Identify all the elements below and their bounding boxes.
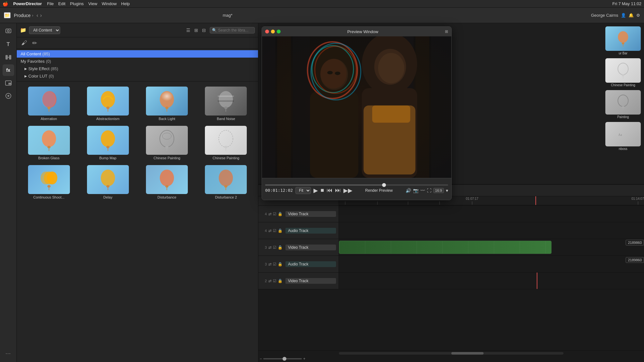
svg-point-34	[165, 146, 168, 148]
svg-point-47	[160, 170, 174, 186]
scrollbar-thumb[interactable]	[451, 352, 484, 355]
track-3-video-arrow-icon[interactable]: ⇄	[268, 245, 272, 250]
menu-bar: 🍎 PowerDirector File Edit Plugins View W…	[0, 0, 644, 8]
effect-disturbance-2[interactable]: Disturbance 2	[198, 164, 254, 200]
category-color-lut[interactable]: ▶ Color LUT (0)	[17, 72, 258, 80]
menu-file[interactable]: File	[47, 1, 54, 6]
track-3-audio-arrow-icon[interactable]: ⇄	[268, 262, 272, 267]
track-4-video-arrow-icon[interactable]: ⇄	[268, 211, 272, 217]
track-4-video-lock-icon[interactable]: 🔒	[277, 211, 283, 217]
preview-maximize-button[interactable]	[277, 30, 281, 33]
large-grid-icon[interactable]: ⊟	[201, 27, 207, 33]
effect-chinese-painting-2-label: Chinese Painting	[199, 156, 253, 160]
back-light-image	[146, 87, 188, 116]
prev-frame-button[interactable]: ⏮	[327, 187, 332, 194]
svg-rect-90	[262, 36, 451, 178]
list-view-icon[interactable]: ☰	[185, 27, 192, 33]
snapshot-button[interactable]: 📷	[413, 188, 418, 193]
content-filter-select[interactable]: All Content	[29, 26, 60, 34]
back-button[interactable]: ‹	[36, 13, 38, 18]
effect-aberration[interactable]: Aberration	[21, 85, 77, 122]
preview-fit-select[interactable]: Fit	[295, 187, 311, 194]
track-4-audio-number: 4	[261, 229, 267, 233]
sidebar-item-media[interactable]	[3, 26, 14, 37]
bump-map-image	[87, 126, 129, 155]
fullscreen-button[interactable]: ⛶	[427, 188, 431, 193]
preview-close-button[interactable]	[265, 30, 269, 33]
track-2-video-lock-icon[interactable]: 🔒	[277, 278, 283, 283]
fast-forward-button[interactable]: ▶▶	[343, 187, 352, 194]
track-4-audio-lock-icon[interactable]: 🔒	[277, 228, 283, 233]
menu-help[interactable]: Help	[121, 1, 130, 6]
sidebar-item-pip[interactable]	[3, 77, 14, 89]
zoom-in-icon[interactable]: +	[303, 357, 305, 361]
search-input[interactable]	[218, 28, 253, 32]
menu-window[interactable]: Window	[102, 1, 117, 6]
track-3-video-clip[interactable]	[339, 241, 552, 254]
aspect-dropdown-button[interactable]: ▾	[446, 188, 448, 193]
menu-view[interactable]: View	[88, 1, 97, 6]
menu-plugins[interactable]: Plugins	[70, 1, 84, 6]
forward-button[interactable]: ›	[40, 13, 42, 18]
playhead-line-track2	[537, 273, 537, 289]
track-3-video-lock-icon[interactable]: 🔒	[277, 245, 283, 250]
track-4-audio-check-icon[interactable]: ☑	[273, 228, 277, 233]
folder-button[interactable]: 📁	[4, 12, 11, 18]
track-2-video-check-icon[interactable]: ☑	[273, 278, 277, 283]
svg-point-8	[7, 95, 9, 97]
svg-point-21	[219, 91, 233, 108]
svg-text:Aa: Aa	[618, 133, 622, 136]
sidebar-item-title[interactable]: T	[3, 39, 14, 50]
play-button[interactable]: ▶	[313, 187, 318, 194]
zoom-slider[interactable]	[263, 358, 302, 359]
track-2-video-arrow-icon[interactable]: ⇄	[268, 278, 272, 283]
effect-chinese-painting-2[interactable]: Chinese Painting	[198, 125, 254, 161]
sidebar-item-transition[interactable]	[3, 51, 14, 63]
track-4-video-check-icon[interactable]: ☑	[273, 211, 277, 217]
category-style-effect[interactable]: ▶ Style Effect (85)	[17, 65, 258, 72]
svg-point-50	[219, 170, 233, 186]
category-all-content[interactable]: All Content (85)	[17, 50, 258, 58]
horizontal-scrollbar[interactable]	[339, 352, 563, 355]
fx-brush-button[interactable]: 🖌	[20, 39, 28, 47]
zoom-thumb[interactable]	[283, 357, 286, 361]
render-preview-button[interactable]: Render Preview	[365, 188, 393, 193]
preview-scrubber[interactable]	[265, 184, 448, 186]
grid-view-icon[interactable]: ⊞	[193, 27, 199, 33]
effect-delay[interactable]: Delay	[80, 164, 136, 200]
next-frame-button[interactable]: ⏭	[335, 187, 341, 194]
effect-bump-map[interactable]: Bump Map	[80, 125, 136, 161]
track-3-audio-check-icon[interactable]: ☑	[273, 262, 277, 267]
track-4-audio-label: Audio Track	[285, 228, 336, 234]
effect-disturbance[interactable]: Disturbance	[139, 164, 195, 200]
style-effect-arrow-icon: ▶	[24, 67, 27, 70]
far-right-effects-col: ur Bar Chinese Painting Painting	[602, 23, 644, 154]
category-my-favorites[interactable]: My Favorites (0)	[17, 58, 258, 65]
effect-broken-glass[interactable]: Broken Glass	[21, 125, 77, 161]
settings-icon[interactable]: ⚙	[636, 13, 640, 18]
effect-chinese-painting-1[interactable]: Chinese Painting	[139, 125, 195, 161]
notification-icon[interactable]: 🔔	[629, 13, 634, 18]
track-2-video-number: 2	[261, 279, 267, 283]
effect-band-noise[interactable]: Band Noise	[198, 85, 254, 122]
track-3-audio-lock-icon[interactable]: 🔒	[277, 262, 283, 267]
preview-minimize-button[interactable]	[271, 30, 275, 33]
sidebar-item-effects[interactable]: fx	[3, 64, 14, 76]
sidebar-item-audio[interactable]	[3, 90, 14, 102]
scrubber-thumb[interactable]	[382, 183, 386, 187]
fx-eraser-button[interactable]: ✏	[31, 39, 38, 47]
stop-button[interactable]: ■	[321, 187, 324, 194]
preview-expand-icon[interactable]: ⊞	[445, 29, 448, 34]
zoom-out-icon[interactable]: −	[260, 357, 262, 361]
sidebar-item-more[interactable]: ···	[3, 348, 14, 359]
effect-abstractionism[interactable]: Abstractionism	[80, 85, 136, 122]
category-all-content-label: All Content	[21, 51, 41, 56]
waveform-button[interactable]: 〰	[420, 188, 425, 193]
effect-continuous-shoot[interactable]: Continuous Shoot...	[21, 164, 77, 200]
volume-button[interactable]: 🔊	[406, 188, 411, 193]
produce-button[interactable]: Produce ›	[14, 13, 33, 18]
track-3-video-check-icon[interactable]: ☑	[273, 245, 277, 250]
effect-back-light[interactable]: Back Light	[139, 85, 195, 122]
menu-edit[interactable]: Edit	[58, 1, 65, 6]
track-4-audio-arrow-icon[interactable]: ⇄	[268, 228, 272, 233]
